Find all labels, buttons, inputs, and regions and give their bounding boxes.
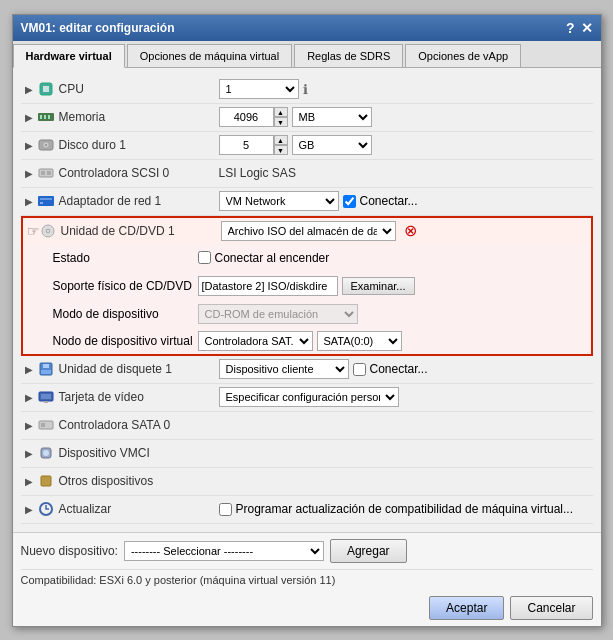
svg-rect-5	[48, 115, 50, 119]
estado-checkbox-label: Conectar al encender	[215, 251, 330, 265]
tab-hardware[interactable]: Hardware virtual	[13, 44, 125, 68]
expand-disco[interactable]: ▶	[25, 140, 37, 151]
cddvd-label: Unidad de CD/DVD 1	[61, 224, 221, 238]
compat-text: Compatibilidad: ESXi 6.0 y posterior (má…	[21, 569, 593, 590]
disco-up[interactable]: ▲	[274, 135, 288, 145]
row-red: ▶ Adaptador de red 1 VM Network Conectar…	[21, 188, 593, 216]
floppy-connect-checkbox[interactable]	[353, 363, 366, 376]
estado-label: Estado	[53, 251, 198, 265]
red-connect-checkbox[interactable]	[343, 195, 356, 208]
expand-scsi[interactable]: ▶	[25, 168, 37, 179]
cpu-controls: 1248 ℹ	[219, 79, 589, 99]
row-modo: Modo de dispositivo CD-ROM de emulación	[21, 300, 593, 328]
memoria-input[interactable]	[219, 107, 274, 127]
action-buttons: Aceptar Cancelar	[21, 596, 593, 620]
cddvd-select[interactable]: Archivo ISO del almacén de datos Disposi…	[221, 221, 396, 241]
expand-otros[interactable]: ▶	[25, 476, 37, 487]
cpu-select[interactable]: 1248	[219, 79, 299, 99]
sata-icon	[37, 417, 55, 433]
cpu-label: CPU	[59, 82, 219, 96]
cpu-info-icon[interactable]: ℹ	[303, 82, 308, 97]
expand-red[interactable]: ▶	[25, 196, 37, 207]
red-icon	[37, 193, 55, 209]
svg-rect-28	[41, 476, 51, 486]
new-device-label: Nuevo dispositivo:	[21, 544, 118, 558]
disco-controls: ▲ ▼ GBMB	[219, 135, 589, 155]
svg-point-27	[43, 450, 49, 456]
row-disco: ▶ Disco duro 1 ▲ ▼ GBMB	[21, 132, 593, 160]
tab-options[interactable]: Opciones de máquina virtual	[127, 44, 292, 67]
estado-checkbox[interactable]	[198, 251, 211, 264]
svg-point-17	[47, 230, 49, 232]
expand-video[interactable]: ▶	[25, 392, 37, 403]
examinar-button[interactable]: Examinar...	[342, 277, 415, 295]
main-dialog: VM01: editar configuración ? ✕ Hardware …	[12, 14, 602, 627]
row-scsi: ▶ Controladora SCSI 0 LSI Logic SAS	[21, 160, 593, 188]
svg-rect-10	[41, 171, 45, 175]
cddvd-remove-icon[interactable]: ⊗	[404, 221, 417, 240]
expand-sata[interactable]: ▶	[25, 420, 37, 431]
memoria-controls: ▲ ▼ MBGB	[219, 107, 589, 127]
floppy-select[interactable]: Dispositivo cliente	[219, 359, 349, 379]
svg-rect-4	[44, 115, 46, 119]
scsi-controls: LSI Logic SAS	[219, 166, 589, 180]
row-cddvd: ☞ Unidad de CD/DVD 1 Archivo ISO del alm…	[21, 216, 593, 244]
memoria-down[interactable]: ▼	[274, 117, 288, 127]
video-select[interactable]: Especificar configuración personaliz...	[219, 387, 399, 407]
expand-cddvd[interactable]: ☞	[27, 223, 39, 239]
expand-vmci[interactable]: ▶	[25, 448, 37, 459]
expand-actualizar[interactable]: ▶	[25, 504, 37, 515]
memoria-unit[interactable]: MBGB	[292, 107, 372, 127]
svg-rect-22	[41, 394, 51, 399]
video-icon	[37, 389, 55, 405]
disco-spinner-btns: ▲ ▼	[274, 135, 288, 155]
nodo-select1[interactable]: Controladora SAT...	[198, 331, 313, 351]
expand-memoria[interactable]: ▶	[25, 112, 37, 123]
close-icon[interactable]: ✕	[581, 20, 593, 36]
disco-icon	[37, 137, 55, 153]
floppy-controls: Dispositivo cliente Conectar...	[219, 359, 589, 379]
new-device-select[interactable]: -------- Seleccionar --------	[124, 541, 324, 561]
scsi-value: LSI Logic SAS	[219, 166, 296, 180]
tab-sdrs[interactable]: Reglas de SDRS	[294, 44, 403, 67]
vmci-label: Dispositivo VMCI	[59, 446, 219, 460]
expand-cpu[interactable]: ▶	[25, 84, 37, 95]
red-select[interactable]: VM Network	[219, 191, 339, 211]
row-memoria: ▶ Memoria ▲ ▼ MBGB	[21, 104, 593, 132]
agregar-button[interactable]: Agregar	[330, 539, 407, 563]
accept-button[interactable]: Aceptar	[429, 596, 504, 620]
titlebar-icons: ? ✕	[566, 20, 593, 36]
row-otros: ▶ Otros dispositivos	[21, 468, 593, 496]
svg-rect-3	[40, 115, 42, 119]
tab-vapp[interactable]: Opciones de vApp	[405, 44, 521, 67]
disco-label: Disco duro 1	[59, 138, 219, 152]
modo-select[interactable]: CD-ROM de emulación	[198, 304, 358, 324]
expand-floppy[interactable]: ▶	[25, 364, 37, 375]
sata-label: Controladora SATA 0	[59, 418, 219, 432]
tab-bar: Hardware virtual Opciones de máquina vir…	[13, 41, 601, 68]
row-video: ▶ Tarjeta de vídeo Especificar configura…	[21, 384, 593, 412]
svg-rect-14	[40, 202, 43, 204]
nodo-select2[interactable]: SATA(0:0)	[317, 331, 402, 351]
nodo-controls: Controladora SAT... SATA(0:0)	[198, 331, 587, 351]
otros-icon	[37, 473, 55, 489]
disco-down[interactable]: ▼	[274, 145, 288, 155]
disco-unit[interactable]: GBMB	[292, 135, 372, 155]
memoria-icon	[37, 109, 55, 125]
cancel-button[interactable]: Cancelar	[510, 596, 592, 620]
disco-spinner: ▲ ▼	[219, 135, 288, 155]
soporte-input[interactable]	[198, 276, 338, 296]
memoria-up[interactable]: ▲	[274, 107, 288, 117]
help-icon[interactable]: ?	[566, 20, 575, 36]
svg-point-8	[45, 144, 47, 146]
row-nodo: Nodo de dispositivo virtual Controladora…	[21, 328, 593, 356]
row-sata: ▶ Controladora SATA 0	[21, 412, 593, 440]
actualizar-checkbox[interactable]	[219, 503, 232, 516]
floppy-label: Unidad de disquete 1	[59, 362, 219, 376]
floppy-connect-label: Conectar...	[370, 362, 428, 376]
row-floppy: ▶ Unidad de disquete 1 Dispositivo clien…	[21, 356, 593, 384]
content-area: ▶ CPU 1248 ℹ ▶ Memoria	[13, 68, 601, 532]
estado-controls: Conectar al encender	[198, 251, 587, 265]
disco-input[interactable]	[219, 135, 274, 155]
modo-controls: CD-ROM de emulación	[198, 304, 587, 324]
